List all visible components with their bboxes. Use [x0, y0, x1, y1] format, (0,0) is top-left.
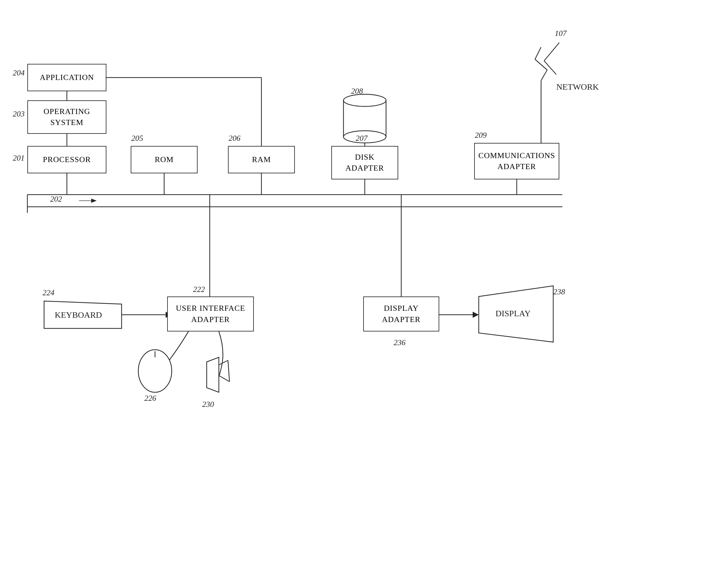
ref-236: 236 [394, 338, 405, 347]
svg-point-28 [138, 350, 172, 392]
ref-107: 107 [555, 29, 567, 38]
disk-adapter-box: DISKADAPTER [331, 146, 398, 180]
svg-rect-23 [343, 100, 386, 137]
communications-adapter-box: COMMUNICATIONSADAPTER [474, 143, 559, 180]
application-box: APPLICATION [27, 64, 106, 91]
ref-206: 206 [229, 134, 240, 143]
svg-line-14 [535, 59, 547, 70]
ref-230: 230 [202, 400, 214, 409]
operating-system-box: OPERATINGSYSTEM [27, 100, 106, 134]
keyboard-label: KEYBOARD [55, 310, 102, 320]
ref-203: 203 [13, 110, 25, 119]
svg-line-0 [544, 43, 559, 61]
network-label: NETWORK [556, 82, 599, 92]
ref-209: 209 [475, 131, 487, 140]
ref-222: 222 [193, 285, 205, 294]
svg-line-33 [228, 360, 230, 382]
ref-201: 201 [13, 154, 25, 163]
svg-line-1 [544, 61, 556, 74]
svg-line-31 [219, 360, 228, 365]
svg-marker-30 [207, 357, 219, 392]
ref-224: 224 [43, 288, 55, 297]
ram-box: RAM [228, 146, 295, 173]
display-adapter-box: DISPLAYADAPTER [363, 296, 439, 332]
svg-marker-22 [473, 312, 479, 318]
svg-line-32 [219, 375, 230, 382]
ref-226: 226 [144, 394, 156, 403]
diagram: APPLICATION OPERATINGSYSTEM PROCESSOR RO… [0, 0, 728, 572]
svg-marker-38 [91, 199, 97, 203]
rom-box: ROM [131, 146, 197, 173]
ref-208: 208 [351, 87, 363, 96]
svg-point-24 [343, 94, 386, 106]
ref-238: 238 [553, 287, 565, 296]
ref-204: 204 [13, 68, 25, 78]
ref-202: 202 [50, 195, 62, 204]
display-label: DISPLAY [495, 309, 531, 318]
ref-205: 205 [131, 134, 143, 143]
processor-box: PROCESSOR [27, 146, 106, 173]
svg-line-13 [535, 47, 541, 59]
user-interface-adapter-box: USER INTERFACEADAPTER [167, 296, 254, 332]
diagram-lines [0, 0, 728, 572]
ref-207: 207 [356, 134, 368, 143]
svg-line-15 [541, 70, 547, 81]
